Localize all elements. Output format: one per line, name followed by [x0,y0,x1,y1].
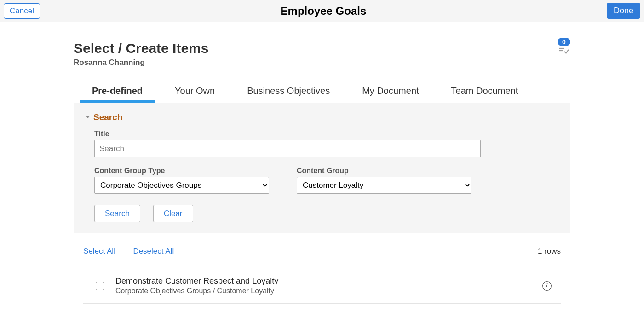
search-button[interactable]: Search [94,205,140,222]
row-checkbox[interactable] [96,282,104,290]
cancel-button[interactable]: Cancel [4,3,40,19]
page-title: Select / Create Items [74,41,208,56]
clear-button[interactable]: Clear [153,205,193,222]
content-panel: Search Title Content Group Type Corporat… [74,103,570,309]
header-bar: Cancel Employee Goals Done [0,0,644,22]
info-icon[interactable]: i [542,281,552,291]
tab-team-document[interactable]: Team Document [439,81,530,103]
tab-business-objectives[interactable]: Business Objectives [235,81,342,103]
content-group-label: Content Group [297,167,472,175]
main-content: Select / Create Items Rosanna Channing 0… [69,22,575,327]
svg-marker-2 [86,116,90,118]
search-section: Search Title Content Group Type Corporat… [74,103,570,233]
row-title: Demonstrate Customer Respect and Loyalty [115,276,533,286]
content-group-type-select[interactable]: Corporate Objectives Groups [94,177,269,194]
search-collapse-toggle[interactable]: Search [85,112,559,122]
cart-count-badge: 0 [558,38,570,46]
chevron-down-icon [85,113,91,122]
list-item: Demonstrate Customer Respect and Loyalty… [83,268,561,304]
tab-my-document[interactable]: My Document [350,81,431,103]
title-label: Title [94,130,559,138]
content-group-select[interactable]: Customer Loyalty [297,177,472,194]
done-button[interactable]: Done [607,3,640,19]
tab-your-own[interactable]: Your Own [163,81,227,103]
row-path: Corporate Objectives Groups / Customer L… [115,287,533,295]
employee-name: Rosanna Channing [74,58,208,67]
results-section: Select All Deselect All 1 rows Demonstra… [74,233,570,309]
content-group-type-label: Content Group Type [94,167,269,175]
rows-count: 1 rows [538,247,561,256]
title-search-input[interactable] [94,140,481,157]
page-header-title: Employee Goals [40,5,607,17]
select-all-link[interactable]: Select All [83,247,115,256]
search-form: Title Content Group Type Corporate Objec… [94,130,559,222]
cart-widget[interactable]: 0 [558,36,570,54]
results-toolbar: Select All Deselect All 1 rows [83,247,561,256]
page-title-row: Select / Create Items Rosanna Channing 0 [74,36,570,81]
tabs: Pre-defined Your Own Business Objectives… [74,81,570,103]
tab-pre-defined[interactable]: Pre-defined [80,81,155,103]
search-section-label: Search [93,112,122,122]
deselect-all-link[interactable]: Deselect All [133,247,174,256]
checklist-icon [558,46,569,54]
